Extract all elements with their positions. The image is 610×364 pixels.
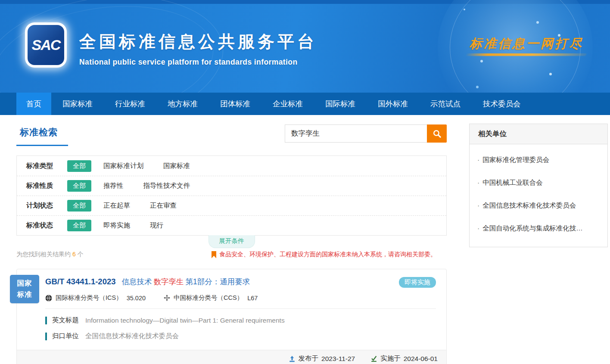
filter-panel: 标准类型 全部 国家标准计划 国家标准 标准性质 全部 推荐性 指导性技术文件 … [16,156,447,236]
results-info-row: 为您找到相关结果约6个 食品安全、环境保护、工程建设方面的国家标准未纳入本系统，… [16,251,447,258]
nav-item-international-standards[interactable]: 国际标准 [314,93,367,115]
filter-row-standard-status: 标准状态 全部 即将实施 现行 [17,215,446,235]
sidebar-item-it-standardization-committee[interactable]: 全国信息技术标准化技术委员会 [477,194,600,217]
search-input[interactable] [285,124,427,143]
site-header: SAC 全国标准信息公共服务平台 National public service… [0,0,610,93]
committee-row: 归口单位 全国信息技术标准化技术委员会 [45,332,436,341]
notice-text: 食品安全、环境保护、工程建设方面的国家标准未纳入本系统，请咨询相关部委。 [219,251,436,258]
standard-title-link[interactable]: 信息技术数字孪生第1部分：通用要求 [122,277,250,287]
results-notice: 食品安全、环境保护、工程建设方面的国家标准未纳入本系统，请咨询相关部委。 [212,251,436,258]
sidebar-item-machinery-federation[interactable]: 中国机械工业联合会 [477,171,600,194]
result-card-footer: 发布于 2023-11-27 实施于 2024-06-01 [17,350,446,364]
committee-label: 归口单位 [52,332,79,341]
status-badge: 即将实施 [399,277,436,288]
ccs-compass-icon [164,295,170,301]
ics-value: 35.020 [127,295,146,302]
title-part1: 信息技术 [122,277,152,286]
implemented-date-item: 实施于 2024-06-01 [370,354,438,363]
result-card-body: GB/T 43441.1-2023 信息技术数字孪生第1部分：通用要求 即将实施… [17,269,446,341]
site-subtitle: National public service platform for sta… [79,58,317,67]
search-section-header: 标准检索 [16,124,447,150]
ics-label: 国际标准分类号（ICS） [56,294,122,302]
publish-upload-icon [289,355,296,362]
published-date: 2023-11-27 [321,355,355,363]
published-label: 发布于 [299,354,319,363]
filter-option[interactable]: 国家标准计划 [103,162,143,171]
sac-logo[interactable]: SAC [25,22,67,68]
filter-option[interactable]: 现行 [150,221,163,230]
search-button[interactable] [427,124,447,143]
filter-all-badge[interactable]: 全部 [67,200,91,212]
filter-option[interactable]: 推荐性 [103,181,124,190]
nav-item-home[interactable]: 首页 [16,93,51,115]
sidebar: 相关单位 国家标准化管理委员会 中国机械工业联合会 全国信息技术标准化技术委员会… [469,124,608,364]
ccs-value: L67 [247,295,258,302]
main-column: 标准检索 标准类型 全部 国家标准计划 国家标准 [16,124,447,364]
teal-bar [45,333,47,340]
implement-check-icon [370,355,377,362]
site-title: 全国标准信息公共服务平台 [79,30,317,53]
results-summary-prefix: 为您找到相关结果约 [16,251,71,258]
result-title-row: GB/T 43441.1-2023 信息技术数字孪生第1部分：通用要求 即将实施 [45,277,436,288]
sidebar-item-sac[interactable]: 国家标准化管理委员会 [477,149,600,171]
nav-item-enterprise-standards[interactable]: 企业标准 [261,93,314,115]
filter-row-standard-type: 标准类型 全部 国家标准计划 国家标准 [17,156,446,176]
results-summary-suffix: 个 [78,251,84,258]
main-nav: 首页 国家标准 行业标准 地方标准 团体标准 企业标准 国际标准 国外标准 示范… [0,93,610,115]
header-titles: 全国标准信息公共服务平台 National public service pla… [79,30,317,67]
filter-option[interactable]: 国家标准 [163,162,190,171]
filter-label: 标准状态 [26,221,67,230]
result-card: 国家 标准 GB/T 43441.1-2023 信息技术数字孪生第1部分：通用要… [16,269,447,364]
nav-item-foreign-standards[interactable]: 国外标准 [367,93,419,115]
nav-item-technical-committee[interactable]: 技术委员会 [472,93,532,115]
search-box [285,124,447,143]
related-units-panel: 相关单位 国家标准化管理委员会 中国机械工业联合会 全国信息技术标准化技术委员会… [469,124,608,247]
sac-logo-inner: SAC [28,25,64,65]
filter-row-standard-nature: 标准性质 全部 推荐性 指导性技术文件 [17,176,446,196]
filter-label: 计划状态 [26,201,67,210]
nav-item-group-standards[interactable]: 团体标准 [209,93,261,115]
nav-item-local-standards[interactable]: 地方标准 [156,93,209,115]
sidebar-item-automation-systems-committee[interactable]: 全国自动化系统与集成标准化技… [477,217,600,240]
related-units-title: 相关单位 [470,124,607,144]
filter-option[interactable]: 正在起草 [103,201,130,210]
bookmark-icon [212,251,216,258]
type-badge-line2: 标准 [17,289,32,300]
filter-all-badge[interactable]: 全部 [67,160,91,172]
slogan-underline [465,53,587,56]
filter-option[interactable]: 即将实施 [103,221,130,230]
sac-logo-text: SAC [32,37,60,53]
filter-label: 标准类型 [26,162,67,171]
filter-option[interactable]: 正在审查 [150,201,177,210]
globe-icon [45,295,52,302]
standard-code-link[interactable]: GB/T 43441.1-2023 [45,277,116,286]
implemented-date: 2024-06-01 [404,355,438,363]
nav-item-pilot[interactable]: 示范试点 [419,93,472,115]
filter-all-badge[interactable]: 全部 [67,220,91,231]
type-badge-line1: 国家 [17,278,32,289]
filter-all-badge[interactable]: 全部 [67,180,91,192]
results-count: 6 [71,251,78,258]
title-part2: 第1部分：通用要求 [186,277,250,286]
classification-row: 国际标准分类号（ICS） 35.020 中国标准分类号（CCS） L67 [45,294,436,309]
page-title: 标准检索 [16,124,68,146]
published-date-item: 发布于 2023-11-27 [289,354,355,363]
implemented-label: 实施于 [380,354,401,363]
search-icon [433,129,442,138]
teal-bar [45,317,47,324]
content-area: 标准检索 标准类型 全部 国家标准计划 国家标准 [0,115,610,364]
title-highlight: 数字孪生 [152,277,186,286]
header-slogan: 标准信息一网打尽 [470,35,583,53]
committee-value: 全国信息技术标准化技术委员会 [85,332,179,341]
results-summary: 为您找到相关结果约6个 [16,251,84,258]
filter-label: 标准性质 [26,181,67,190]
nav-item-national-standards[interactable]: 国家标准 [51,93,104,115]
english-title-value: Information technology—Digital twin—Part… [85,317,285,324]
nav-item-industry-standards[interactable]: 行业标准 [104,93,156,115]
filter-row-plan-status: 计划状态 全部 正在起草 正在审查 [17,196,446,215]
standard-type-badge: 国家 标准 [10,275,39,303]
expand-conditions-button[interactable]: 展开条件 [209,235,255,248]
filter-option[interactable]: 指导性技术文件 [143,181,190,190]
ccs-label: 中国标准分类号（CCS） [174,294,243,302]
english-title-row: 英文标题 Information technology—Digital twin… [45,316,436,325]
